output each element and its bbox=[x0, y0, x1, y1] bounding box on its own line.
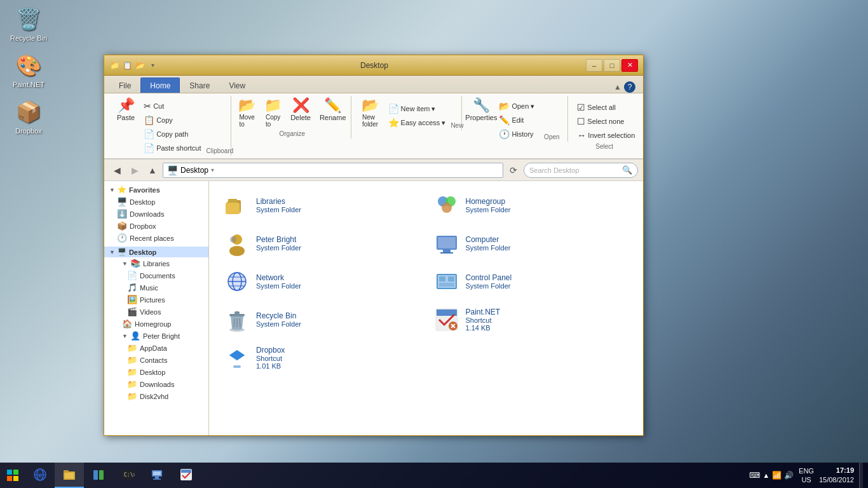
history-button[interactable]: 🕐 History bbox=[496, 128, 537, 140]
paste-shortcut-button[interactable]: 📄 Paste shortcut bbox=[141, 142, 203, 154]
svg-rect-51 bbox=[93, 470, 98, 480]
open-label: Open bbox=[539, 133, 564, 140]
tab-share[interactable]: Share bbox=[180, 78, 219, 93]
new-folder-button[interactable]: 📂 Newfolder bbox=[358, 97, 383, 129]
up-button[interactable]: ▲ bbox=[145, 163, 160, 178]
file-item-recycle-bin[interactable]: Recycle Bin System Folder bbox=[219, 303, 424, 336]
file-item-control-panel[interactable]: Control Panel System Folder bbox=[429, 265, 634, 298]
sidebar-item-dropbox-fav[interactable]: 📦 Dropbox bbox=[104, 220, 208, 232]
file-item-homegroup[interactable]: Homegroup System Folder bbox=[429, 189, 634, 222]
favorites-icon: ⭐ bbox=[118, 186, 126, 194]
file-item-libraries[interactable]: Libraries System Folder bbox=[219, 189, 424, 222]
sidebar-item-recent-places[interactable]: 🕐 Recent places bbox=[104, 232, 208, 244]
sidebar-item-peter-bright[interactable]: ▼ 👤 Peter Bright bbox=[104, 330, 208, 342]
copy-button[interactable]: 📋 Copy bbox=[141, 114, 203, 126]
easy-access-icon: ⭐ bbox=[388, 118, 399, 128]
copy-to-button[interactable]: 📁 Copyto bbox=[261, 97, 285, 129]
paste-button[interactable]: 📌 Paste bbox=[113, 97, 139, 123]
show-desktop-button[interactable] bbox=[859, 463, 863, 488]
sidebar-item-videos[interactable]: 🎬 Videos bbox=[104, 306, 208, 318]
forward-button[interactable]: ▶ bbox=[127, 163, 142, 178]
sidebar-item-appdata[interactable]: 📁 AppData bbox=[104, 342, 208, 354]
sidebar-item-downloads2[interactable]: 📁 Downloads bbox=[104, 378, 208, 390]
easy-access-button[interactable]: ⭐ Easy access ▾ bbox=[386, 116, 449, 129]
select-all-button[interactable]: ☑ Select all bbox=[574, 101, 637, 114]
sidebar-item-desktop2[interactable]: 📁 Desktop bbox=[104, 366, 208, 378]
sidebar-item-downloads[interactable]: ⬇️ Downloads bbox=[104, 208, 208, 220]
start-button[interactable] bbox=[0, 463, 25, 488]
address-input[interactable]: 🖥️ Desktop ▾ bbox=[163, 163, 503, 178]
taskbar-ie[interactable]: e bbox=[25, 463, 55, 488]
file-item-paintnet[interactable]: Paint.NET Shortcut 1.14 KB bbox=[429, 303, 634, 336]
network-status-icon: 📶 bbox=[772, 471, 782, 480]
maximize-button[interactable]: □ bbox=[604, 59, 620, 72]
downloads-label: Downloads bbox=[130, 210, 164, 218]
file-item-peter-bright[interactable]: Peter Bright System Folder bbox=[219, 227, 424, 260]
rename-icon: ✏️ bbox=[324, 98, 341, 112]
sidebar-item-homegroup[interactable]: 🏠 Homegroup bbox=[104, 318, 208, 330]
address-bar: ◀ ▶ ▲ 🖥️ Desktop ▾ ⟳ Search Desktop 🔍 bbox=[104, 159, 643, 181]
sidebar-nav-desktop-active[interactable]: ▼ 🖥️ Desktop bbox=[104, 247, 208, 257]
select-none-button[interactable]: ☐ Select none bbox=[574, 115, 637, 128]
file-size-dropbox: 1.01 KB bbox=[256, 362, 285, 370]
sidebar: ▼ ⭐ Favorites 🖥️ Desktop ⬇️ Downloads 📦 bbox=[104, 181, 209, 435]
title-bar: 📁 📋 📂 ▾ Desktop – □ ✕ bbox=[104, 55, 643, 76]
homegroup-nav-icon: 🏠 bbox=[122, 319, 132, 329]
refresh-button[interactable]: ⟳ bbox=[506, 163, 521, 178]
ribbon-collapse-icon[interactable]: ▲ bbox=[614, 83, 621, 92]
rename-button[interactable]: ✏️ Rename bbox=[316, 97, 350, 129]
sidebar-item-libraries[interactable]: ▼ 📚 Libraries bbox=[104, 257, 208, 269]
move-to-button[interactable]: 📂 Moveto bbox=[234, 97, 259, 129]
properties-button[interactable]: 🔧 Properties bbox=[468, 97, 494, 123]
file-type-computer: System Folder bbox=[466, 244, 511, 252]
sidebar-item-documents[interactable]: 📄 Documents bbox=[104, 269, 208, 281]
sidebar-item-music[interactable]: 🎵 Music bbox=[104, 281, 208, 294]
file-info-homegroup: Homegroup System Folder bbox=[466, 197, 511, 214]
file-item-computer[interactable]: Computer System Folder bbox=[429, 227, 634, 260]
taskbar-explorer[interactable] bbox=[55, 463, 84, 488]
invert-selection-button[interactable]: ↔ Invert selection bbox=[574, 129, 637, 142]
back-button[interactable]: ◀ bbox=[109, 163, 125, 178]
ribbon-tabs: File Home Share View ▲ ? bbox=[104, 76, 643, 93]
new-item-button[interactable]: 📄 New item ▾ bbox=[386, 102, 449, 115]
desktop-nav-active-icon: 🖥️ bbox=[118, 248, 126, 256]
file-item-dropbox[interactable]: Dropbox Shortcut 1.01 KB bbox=[219, 341, 424, 374]
homegroup-nav-label: Homegroup bbox=[135, 320, 171, 328]
taskbar-cmd[interactable]: C:\>_ bbox=[113, 463, 142, 488]
desktop-icon-dropbox[interactable]: 📦 Dropbox bbox=[6, 99, 51, 135]
delete-button[interactable]: ❌ Delete bbox=[287, 97, 315, 129]
file-item-network[interactable]: Network System Folder bbox=[219, 265, 424, 298]
keyboard-icon: ⌨ bbox=[749, 471, 760, 480]
address-dropdown-icon[interactable]: ▾ bbox=[211, 166, 214, 173]
sidebar-section-favorites: ▼ ⭐ Favorites 🖥️ Desktop ⬇️ Downloads 📦 bbox=[104, 184, 208, 244]
minimize-button[interactable]: – bbox=[586, 59, 602, 72]
sidebar-item-disk2vhd[interactable]: 📁 Disk2vhd bbox=[104, 390, 208, 402]
chevron-up-icon[interactable]: ▲ bbox=[763, 471, 770, 479]
new-label: New bbox=[451, 122, 463, 129]
edit-icon: ✏️ bbox=[499, 115, 510, 125]
cut-button[interactable]: ✂ Cut bbox=[141, 100, 203, 112]
taskbar-network[interactable] bbox=[142, 463, 172, 488]
copy-path-button[interactable]: 📄 Copy path bbox=[141, 128, 203, 140]
properties-label: Properties bbox=[465, 114, 497, 121]
help-icon[interactable]: ? bbox=[624, 81, 635, 93]
paintnet-label: Paint.NET bbox=[13, 81, 44, 89]
sidebar-item-pictures[interactable]: 🖼️ Pictures bbox=[104, 294, 208, 306]
sidebar-header-favorites[interactable]: ▼ ⭐ Favorites bbox=[104, 184, 208, 196]
taskbar-paintnet[interactable] bbox=[172, 463, 201, 488]
taskbar-books[interactable] bbox=[84, 463, 113, 488]
search-box[interactable]: Search Desktop 🔍 bbox=[524, 163, 638, 178]
svg-rect-49 bbox=[65, 473, 74, 478]
close-button[interactable]: ✕ bbox=[621, 59, 638, 72]
tab-view[interactable]: View bbox=[219, 78, 255, 93]
tab-file[interactable]: File bbox=[109, 78, 140, 93]
sidebar-item-contacts[interactable]: 📁 Contacts bbox=[104, 354, 208, 366]
desktop-icon-paintnet[interactable]: 🎨 Paint.NET bbox=[6, 53, 51, 89]
svg-text:C:\>_: C:\>_ bbox=[124, 472, 135, 478]
documents-icon: 📄 bbox=[127, 271, 137, 280]
open-button[interactable]: 📂 Open ▾ bbox=[496, 100, 537, 112]
sidebar-item-desktop[interactable]: 🖥️ Desktop bbox=[104, 196, 208, 208]
edit-button[interactable]: ✏️ Edit bbox=[496, 114, 537, 126]
desktop-icon-recycle-bin[interactable]: 🗑️ Recycle Bin bbox=[6, 6, 51, 43]
tab-home[interactable]: Home bbox=[140, 78, 180, 93]
